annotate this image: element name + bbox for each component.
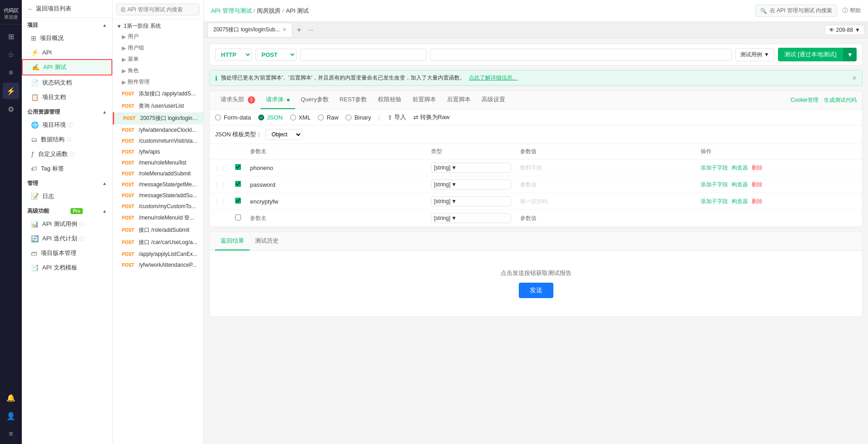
nav-menu-icon[interactable]: ≡ xyxy=(3,426,19,442)
nav-bell-icon[interactable]: 🔔 xyxy=(3,389,19,406)
tree-node-user[interactable]: ▶ 用户 xyxy=(113,31,203,42)
nav-list-icon[interactable]: ≡ xyxy=(3,65,19,81)
api-item-4[interactable]: POST /custom/returnVisit/sta... xyxy=(113,135,203,146)
builder-2[interactable]: 构造器 xyxy=(732,198,748,205)
global-search-box[interactable]: 🔍 在 API 管理与测试 内搜索 xyxy=(755,5,837,17)
delete-1[interactable]: 删除 xyxy=(752,181,763,189)
help-btn[interactable]: ⓘ 帮助 xyxy=(843,7,861,15)
result-tab-return[interactable]: 返回结果 xyxy=(215,232,250,250)
type-select-2[interactable]: [string] ▼ xyxy=(431,196,511,206)
delete-2[interactable]: 删除 xyxy=(752,198,763,205)
drag-handle-0[interactable]: ⋮⋮ xyxy=(214,165,226,171)
tab-advanced[interactable]: 高级设置 xyxy=(476,91,511,109)
admin-section-title[interactable]: 管理 ▲ xyxy=(22,176,112,189)
sidebar-item-api-iteration[interactable]: 🔄 API 迭代计划 ⓘ xyxy=(22,231,112,246)
api-item-7[interactable]: POST /roleMenu/addSubmit xyxy=(113,168,203,179)
sidebar-item-tag[interactable]: 🏷 Tag 标签 xyxy=(22,161,112,176)
radio-raw[interactable] xyxy=(318,115,324,120)
tab-pre-script[interactable]: 前置脚本 xyxy=(407,91,442,109)
tree-node-menu[interactable]: ▶ 菜单 xyxy=(113,54,203,65)
back-to-project-list-btn[interactable]: ← 返回项目列表 xyxy=(22,0,112,18)
api-item-13[interactable]: POST 接口 /car/carUseLog/a... xyxy=(113,236,203,249)
api-item-8[interactable]: POST /messageState/getMe... xyxy=(113,179,203,190)
url-input[interactable]: http://192.168.0.248:8088 xyxy=(300,49,426,61)
tab-add-btn[interactable]: + xyxy=(293,24,305,36)
body-type-binary[interactable]: Binary xyxy=(346,114,371,121)
delete-0[interactable]: 删除 xyxy=(752,164,763,172)
sidebar-item-env[interactable]: 🌐 项目环境 ⓘ xyxy=(22,118,112,132)
tab-current[interactable]: 20075接口 login/loginSub... ✕ xyxy=(207,23,292,37)
sidebar-item-project-doc[interactable]: 📋 项目文档 xyxy=(22,90,112,105)
sidebar-item-data-structure[interactable]: 🗂 数据结构 ⓘ xyxy=(22,132,112,147)
sidebar-item-api[interactable]: ⚡ API xyxy=(22,45,112,59)
convert-btn[interactable]: ⇄ 转换为Raw xyxy=(413,113,450,121)
import-btn[interactable]: ⇪ 导入 xyxy=(387,113,406,121)
breadcrumb-api-mgmt[interactable]: API 管理与测试 xyxy=(211,7,252,15)
type-select-add[interactable]: [string] ▼ xyxy=(431,213,511,223)
test-submit-btn[interactable]: 测试 [通过本地测试] xyxy=(778,48,843,61)
radio-binary[interactable] xyxy=(346,115,351,120)
protocol-select[interactable]: HTTP HTTPS xyxy=(215,49,252,61)
sidebar-item-status-code[interactable]: 📄 状态码文档 xyxy=(22,75,112,90)
api-item-12[interactable]: POST 接口 /role/addSubmit xyxy=(113,224,203,236)
tab-query[interactable]: Query参数 xyxy=(295,91,334,109)
tree-node-usergroup[interactable]: ▶ 用户组 xyxy=(113,42,203,54)
add-child-1[interactable]: 添加子字段 xyxy=(701,181,728,189)
add-child-0[interactable]: 添加子字段 xyxy=(701,164,728,172)
tree-node-attachment[interactable]: ▶ 附件管理 xyxy=(113,76,203,88)
api-item-15[interactable]: POST /yfw/workAttendanceP... xyxy=(113,259,203,270)
tab-body[interactable]: 请求体 xyxy=(261,91,296,109)
test-btn-dropdown-btn[interactable]: ▼ xyxy=(843,48,857,61)
cookie-mgmt-link[interactable]: Cookie管理 xyxy=(791,96,818,104)
add-row-value-input[interactable] xyxy=(520,215,692,221)
type-select-1[interactable]: [string] ▼ xyxy=(431,180,511,190)
nav-home-icon[interactable]: ⊞ xyxy=(3,28,19,45)
api-item-3[interactable]: POST /yfw/attendanceClockl... xyxy=(113,125,203,135)
row-check-0[interactable] xyxy=(235,164,241,170)
builder-0[interactable]: 构造器 xyxy=(732,164,748,172)
tab-post-script[interactable]: 后置脚本 xyxy=(442,91,476,109)
method-select[interactable]: POST GET PUT DELETE xyxy=(256,49,296,61)
row-check-add[interactable] xyxy=(235,215,241,220)
api-item-5[interactable]: POST /yfw/apis xyxy=(113,146,203,157)
tab-eye-btn[interactable]: 👁 209-88 ▼ xyxy=(825,25,864,35)
generate-code-link[interactable]: 生成测试代码 xyxy=(824,96,857,104)
body-type-xml[interactable]: XML xyxy=(290,114,311,121)
sidebar-item-version-mgmt[interactable]: 🗃 项目版本管理 xyxy=(22,246,112,260)
body-type-json[interactable]: JSON xyxy=(258,114,283,121)
sidebar-item-custom-func[interactable]: ƒ 自定义函数 ⓘ xyxy=(22,147,112,161)
drag-handle-2[interactable]: ⋮⋮ xyxy=(214,198,226,205)
url-path-input[interactable]: /login/loginSubmit xyxy=(430,49,732,61)
tab-headers[interactable]: 请求头部 3 xyxy=(215,91,261,109)
api-item-14[interactable]: POST /apply/applyListCanEx... xyxy=(113,249,203,259)
radio-xml[interactable] xyxy=(290,115,296,120)
advanced-section-title[interactable]: 高级功能 Pro ▲ xyxy=(22,204,112,217)
sidebar-item-api-test[interactable]: ✍ API 测试 xyxy=(22,59,112,75)
json-model-select[interactable]: Object Array String Number xyxy=(266,129,302,140)
tab-more-btn[interactable]: ··· xyxy=(305,25,317,35)
api-item-2[interactable]: POST 20075接口 login/loginSubmit ... xyxy=(113,112,203,125)
nav-user-icon[interactable]: 👤 xyxy=(3,408,19,424)
row-check-2[interactable] xyxy=(235,198,241,204)
api-item-0[interactable]: POST 添加接口 /apply/addS... xyxy=(113,88,203,100)
nav-gear-icon[interactable]: ⚙ xyxy=(3,101,19,117)
tab-rest[interactable]: REST参数 xyxy=(334,91,373,109)
builder-1[interactable]: 构造器 xyxy=(732,181,748,189)
tab-close-icon[interactable]: ✕ xyxy=(282,27,286,33)
api-item-10[interactable]: POST /custom/myCustomTo... xyxy=(113,201,203,212)
public-resources-section-title[interactable]: 公用资源管理 ▲ xyxy=(22,105,112,118)
tab-auth[interactable]: 权限校验 xyxy=(372,91,407,109)
api-tree-section[interactable]: ▼ 1第一阶段 系统 xyxy=(113,20,203,31)
test-example-btn[interactable]: 测试用例 ▼ xyxy=(735,48,774,61)
result-send-btn[interactable]: 发送 xyxy=(519,283,553,298)
nav-api-icon[interactable]: ⚡ xyxy=(3,83,19,99)
api-item-6[interactable]: POST /menu/roleMenu/list xyxy=(113,157,203,168)
radio-json[interactable] xyxy=(258,115,264,120)
sidebar-item-api-doc-template[interactable]: 📑 API 文档模板 xyxy=(22,260,112,275)
tree-node-role[interactable]: ▶ 角色 xyxy=(113,65,203,76)
notice-link[interactable]: 点此了解详细信息。 xyxy=(469,74,518,82)
api-item-1[interactable]: POST 查询 /user/userList xyxy=(113,100,203,112)
add-row-name-input[interactable] xyxy=(250,215,422,221)
api-item-11[interactable]: POST /menu/roleMenuId 登... xyxy=(113,212,203,224)
body-type-raw[interactable]: Raw xyxy=(318,114,338,121)
